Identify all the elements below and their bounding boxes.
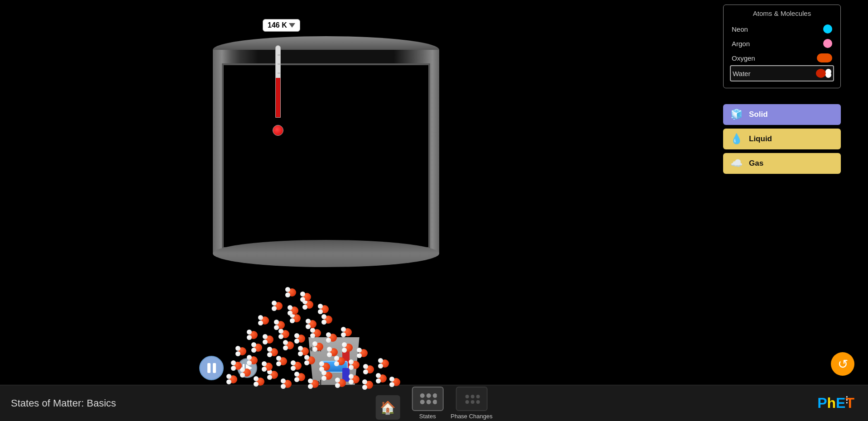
- molecule: [298, 346, 312, 357]
- tick2: [278, 64, 280, 64]
- pause-bar-left: [207, 363, 211, 373]
- chamber: [213, 36, 439, 267]
- svg-point-8: [476, 395, 480, 398]
- solid-icon: 🧊: [730, 109, 743, 120]
- water-option[interactable]: Water: [730, 65, 834, 81]
- cylinder-inner: [222, 63, 430, 249]
- molecule: [294, 372, 308, 383]
- molecule: [263, 334, 276, 345]
- molecule: [258, 315, 272, 326]
- phet-logo: PhET ⋮: [817, 395, 854, 411]
- gas-label: Gas: [749, 159, 763, 168]
- pause-icon: [207, 363, 216, 373]
- argon-icon: [823, 39, 832, 48]
- liquid-label: Liquid: [749, 134, 772, 144]
- oxygen-icon: [817, 53, 832, 62]
- svg-point-6: [465, 395, 469, 398]
- pause-button[interactable]: [199, 356, 224, 380]
- molecule: [389, 377, 403, 388]
- molecule: [327, 347, 340, 358]
- temperature-display: 146 K: [263, 19, 300, 32]
- svg-point-7: [470, 395, 474, 398]
- molecule: [274, 320, 288, 330]
- tick1: [278, 55, 280, 55]
- neon-label: Neon: [732, 25, 748, 33]
- liquid-button[interactable]: 💧 Liquid: [723, 129, 841, 149]
- states-tab-label: States: [419, 413, 436, 420]
- svg-point-3: [420, 400, 424, 404]
- molecule: [349, 359, 362, 370]
- molecule: [300, 292, 314, 302]
- temperature-value: 146 K: [268, 21, 287, 29]
- molecule: [308, 378, 321, 389]
- phase-changes-icon: [462, 392, 480, 406]
- tab-phase-changes[interactable]: Phase Changes: [451, 387, 493, 420]
- pause-bar-right: [213, 363, 216, 373]
- molecule: [285, 287, 299, 298]
- phet-h: h: [827, 395, 836, 411]
- liquid-icon: 💧: [730, 133, 743, 145]
- app-title: States of Matter: Basics: [11, 397, 116, 409]
- atoms-molecules-panel: Atoms & Molecules Neon Argon Oxygen Wate…: [723, 5, 841, 88]
- molecule: [272, 301, 285, 311]
- molecule: [262, 361, 275, 372]
- thermometer: [272, 45, 284, 136]
- svg-point-10: [470, 400, 474, 404]
- argon-option[interactable]: Argon: [730, 36, 834, 51]
- molecule: [318, 304, 331, 315]
- thermometer-tube: [275, 45, 281, 118]
- svg-point-11: [476, 400, 480, 404]
- phet-menu[interactable]: ⋮: [843, 395, 851, 405]
- argon-label: Argon: [732, 40, 750, 48]
- atoms-panel-title: Atoms & Molecules: [730, 10, 834, 17]
- gas-button[interactable]: ☁️ Gas: [723, 153, 841, 174]
- phase-changes-tab-label: Phase Changes: [451, 413, 493, 420]
- molecule: [306, 319, 319, 330]
- reset-button[interactable]: ↺: [831, 352, 854, 376]
- molecule: [254, 376, 267, 387]
- molecule: [235, 346, 249, 357]
- states-dots-icon: [418, 392, 436, 406]
- oxygen-option[interactable]: Oxygen: [730, 51, 834, 65]
- molecule: [376, 373, 389, 384]
- svg-point-5: [432, 400, 436, 404]
- molecule: [291, 360, 304, 371]
- molecule: [267, 347, 281, 358]
- molecule: [363, 364, 377, 375]
- state-buttons-panel: 🧊 Solid 💧 Liquid ☁️ Gas: [723, 104, 841, 174]
- molecule: [335, 378, 349, 388]
- bottom-bar: States of Matter: Basics 🏠 States: [0, 385, 868, 421]
- neon-icon: [823, 24, 832, 33]
- molecule: [357, 348, 370, 359]
- molecule: [349, 374, 362, 385]
- molecule: [362, 379, 376, 390]
- svg-point-1: [426, 393, 431, 398]
- svg-point-9: [465, 400, 469, 404]
- svg-point-2: [432, 393, 436, 398]
- water-icon: [816, 69, 831, 78]
- cylinder-body: [213, 50, 439, 254]
- solid-label: Solid: [749, 110, 768, 119]
- molecule: [319, 361, 333, 372]
- phet-p: P: [817, 395, 827, 411]
- molecule: [378, 358, 392, 369]
- molecule: [288, 305, 301, 316]
- svg-point-4: [426, 400, 431, 404]
- solid-button[interactable]: 🧊 Solid: [723, 104, 841, 125]
- phase-changes-tab-icon: [456, 387, 487, 411]
- gas-icon: ☁️: [730, 158, 743, 169]
- svg-point-0: [420, 393, 424, 398]
- molecules-container: [222, 263, 421, 394]
- thermometer-fill: [276, 78, 280, 117]
- thermometer-bulb: [273, 125, 283, 136]
- molecule: [321, 314, 335, 325]
- home-button[interactable]: 🏠: [375, 395, 400, 420]
- molecule: [247, 330, 260, 340]
- molecule: [294, 333, 308, 344]
- molecule: [312, 341, 326, 352]
- molecule: [341, 327, 355, 338]
- neon-option[interactable]: Neon: [730, 22, 834, 36]
- molecule: [342, 342, 355, 353]
- molecule: [326, 332, 340, 343]
- temperature-dropdown[interactable]: [289, 23, 295, 28]
